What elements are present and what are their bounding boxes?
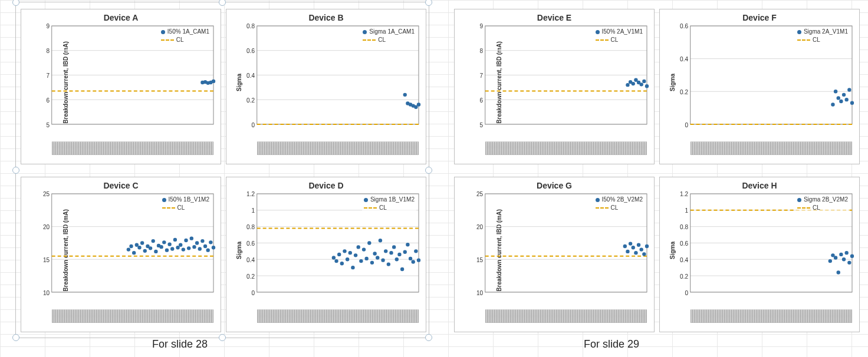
svg-point-116 xyxy=(640,82,643,86)
x-axis-categories xyxy=(691,141,852,155)
svg-point-131 xyxy=(847,88,851,91)
svg-point-47 xyxy=(170,247,174,250)
svg-point-86 xyxy=(370,261,374,265)
svg-point-37 xyxy=(143,249,147,253)
legend: Sigma 1A_CAM1CL xyxy=(361,27,416,45)
chart-title: Device C xyxy=(26,181,216,190)
svg-point-132 xyxy=(850,101,854,105)
chart-g[interactable]: Device GBreakdown current, IBD (mA)10152… xyxy=(454,177,655,332)
chart-h[interactable]: Device HSigma00.20.40.60.811.2Sigma 2B_V… xyxy=(659,177,860,332)
svg-point-129 xyxy=(842,93,846,97)
x-axis-categories xyxy=(52,309,213,323)
svg-point-165 xyxy=(850,254,854,258)
legend: Sigma 2A_V1M1CL xyxy=(795,27,850,45)
svg-point-140 xyxy=(626,250,629,253)
legend-cl-label: CL xyxy=(378,36,386,44)
svg-point-83 xyxy=(362,247,366,251)
svg-point-81 xyxy=(357,245,360,249)
svg-point-60 xyxy=(206,249,210,252)
legend-series-label: I50% 2B_V2M2 xyxy=(602,196,643,204)
legend-cl-icon xyxy=(596,39,609,41)
svg-point-54 xyxy=(190,236,193,240)
x-axis-categories xyxy=(691,309,852,323)
svg-point-159 xyxy=(834,256,837,259)
svg-point-103 xyxy=(417,258,420,262)
legend-series-label: I50% 2A_V1M1 xyxy=(602,28,643,36)
svg-point-125 xyxy=(831,103,834,106)
svg-point-100 xyxy=(409,257,412,260)
x-axis-categories xyxy=(485,309,647,323)
chart-b[interactable]: Device BSigma00.20.40.60.8Sigma 1A_CAM1C… xyxy=(226,9,426,164)
svg-point-93 xyxy=(389,251,393,254)
svg-point-161 xyxy=(839,253,843,256)
svg-point-91 xyxy=(384,249,387,253)
svg-point-62 xyxy=(212,246,215,249)
svg-point-89 xyxy=(379,239,382,242)
svg-point-52 xyxy=(184,239,188,242)
legend-cl-label: CL xyxy=(611,204,619,212)
x-axis-categories xyxy=(52,141,213,155)
legend-marker-icon xyxy=(797,198,801,202)
legend-cl-icon xyxy=(364,207,377,209)
legend-series-label: I50% 1A_CAM1 xyxy=(167,28,209,36)
svg-point-139 xyxy=(623,244,627,248)
svg-point-146 xyxy=(642,252,646,256)
caption-slide29: For slide 29 xyxy=(584,338,639,351)
chart-title: Device A xyxy=(26,13,216,22)
svg-point-55 xyxy=(192,245,196,249)
legend-cl-icon xyxy=(797,39,810,41)
svg-point-141 xyxy=(629,242,632,245)
svg-point-79 xyxy=(351,266,354,269)
svg-point-46 xyxy=(167,242,171,246)
svg-point-57 xyxy=(198,247,202,250)
svg-point-164 xyxy=(847,261,851,265)
svg-point-74 xyxy=(337,253,341,256)
svg-point-34 xyxy=(135,243,139,247)
svg-point-99 xyxy=(406,243,409,246)
legend: Sigma 1B_V1M2CL xyxy=(362,195,416,213)
svg-point-117 xyxy=(642,80,646,83)
chart-title: Device D xyxy=(231,181,421,190)
svg-point-101 xyxy=(412,260,415,263)
svg-point-58 xyxy=(200,239,204,243)
svg-point-76 xyxy=(343,249,346,253)
svg-point-35 xyxy=(137,246,141,249)
chart-e[interactable]: Device EBreakdown current, IBD (mA)56789… xyxy=(454,9,655,164)
chart-c[interactable]: Device CBreakdown current, IBD (mA)10152… xyxy=(21,177,221,332)
svg-point-163 xyxy=(845,251,849,254)
svg-point-128 xyxy=(839,100,843,103)
svg-point-82 xyxy=(359,259,363,263)
svg-point-75 xyxy=(340,262,344,265)
legend-cl-icon xyxy=(596,207,609,209)
legend-marker-icon xyxy=(162,198,166,202)
chart-f[interactable]: Device FSigma00.20.40.6Sigma 2A_V1M1CL xyxy=(659,9,860,164)
legend-cl-label: CL xyxy=(177,204,185,212)
caption-slide28: For slide 28 xyxy=(152,338,208,351)
chart-d[interactable]: Device DSigma00.20.40.60.811.2Sigma 1B_V… xyxy=(226,177,426,332)
x-axis-categories xyxy=(257,309,419,323)
svg-point-59 xyxy=(203,244,207,248)
chart-title: Device E xyxy=(459,13,649,22)
chart-title: Device H xyxy=(665,181,854,190)
chart-a[interactable]: Device ABreakdown current, IBD (mA)56789… xyxy=(21,9,221,164)
svg-point-147 xyxy=(645,244,649,248)
chart-title: Device G xyxy=(459,181,649,190)
svg-point-90 xyxy=(381,258,384,262)
svg-point-51 xyxy=(182,247,185,251)
svg-point-50 xyxy=(179,243,182,247)
svg-point-61 xyxy=(209,240,212,244)
svg-point-11 xyxy=(212,80,215,83)
svg-point-127 xyxy=(837,96,840,100)
svg-point-36 xyxy=(140,241,144,244)
svg-point-88 xyxy=(376,256,379,259)
svg-point-78 xyxy=(348,251,352,254)
svg-point-49 xyxy=(176,246,179,249)
svg-point-72 xyxy=(332,256,336,259)
svg-point-95 xyxy=(395,257,399,261)
svg-point-31 xyxy=(127,247,130,251)
svg-point-94 xyxy=(392,245,396,249)
svg-point-157 xyxy=(828,259,832,263)
svg-point-102 xyxy=(414,249,417,253)
legend: Sigma 2B_V2M2CL xyxy=(795,195,850,213)
legend-cl-label: CL xyxy=(379,204,387,212)
